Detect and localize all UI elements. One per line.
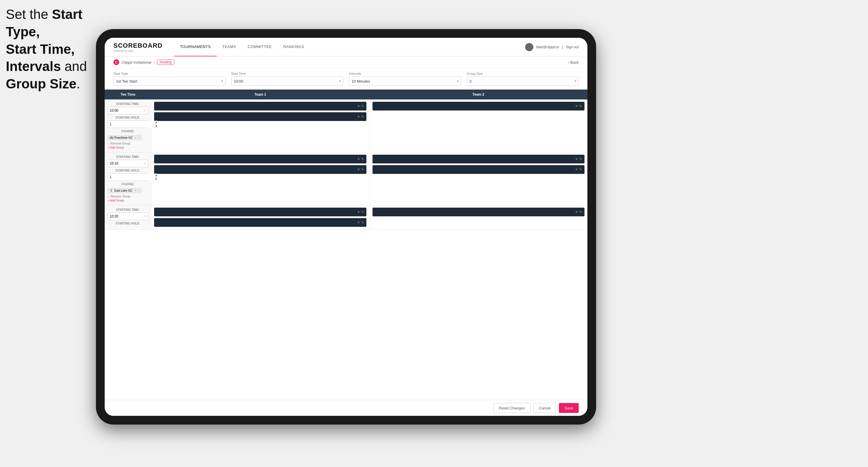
player-row: ✕ ✎ [372,208,585,216]
course-edit-2[interactable]: ✎ [137,189,140,192]
player-row: ✕ ✎ [154,102,366,111]
starting-time-input-1[interactable] [107,107,148,114]
player-edit-btn[interactable]: ✎ [361,115,364,119]
th-team1: Team 1 [151,90,369,99]
player-x-btn[interactable]: ✕ [575,157,578,161]
nav-separator: | [562,45,563,49]
player-x-btn[interactable]: ✕ [357,157,360,161]
player-edit-btn[interactable]: ✎ [361,104,364,108]
table-row: STARTING TIME: ⏱ STARTING HOLE: ▲ ▼ COUR… [105,99,587,152]
remove-group-2[interactable]: ○Remove Group [107,195,148,198]
start-type-select[interactable]: 1st Tee Start Shotgun Start [114,76,225,86]
cancel-button[interactable]: Cancel [533,403,556,413]
player-edit-btn[interactable]: ✎ [361,210,364,214]
start-type-wrapper[interactable]: 1st Tee Start Shotgun Start [114,76,225,86]
player-edit-btn[interactable]: ✎ [579,210,582,214]
instruction-line3-rest: and [61,59,87,74]
remove-group-1[interactable]: ○Remove Group [107,142,148,145]
player-x-btn[interactable]: ✕ [357,115,360,119]
course-edit-1[interactable]: ✎ [138,136,140,139]
table-body: STARTING TIME: ⏱ STARTING HOLE: ▲ ▼ COUR… [105,99,587,400]
add-group-1[interactable]: + Add Group [107,146,148,149]
course-label-1: COURSE: [107,130,148,133]
reset-changes-button[interactable]: Reset Changes [493,403,530,413]
tee-column-3: STARTING TIME: ⏱ STARTING HOLE: [105,205,151,229]
player-x-btn[interactable]: ✕ [357,167,360,172]
player-x-btn[interactable]: ✕ [575,104,578,108]
instruction-text: Set the Start Type, Start Time, Interval… [6,6,99,93]
team2-col-1: ✕ ✎ [370,99,588,152]
player-row: ✕ ✎ [372,155,585,163]
group-size-label: Group Size [467,72,579,75]
team2-col-2: ✕ ✎ ✕ ✎ [370,152,588,205]
start-type-field: Start Type 1st Tee Start Shotgun Start [114,72,225,86]
hole-up-btn-1[interactable]: ▲ [155,121,157,124]
course-tag-1[interactable]: (A) Peachtree GC ✕ ✎ [107,135,142,140]
nav-right: blair@clippd.io | Sign out [525,43,579,51]
intervals-label: Intervals [349,72,461,75]
player-edit-btn[interactable]: ✎ [361,157,364,161]
player-edit-btn[interactable]: ✎ [579,104,582,108]
group-size-select[interactable]: 3 2 4 [467,76,579,86]
table-row: STARTING TIME: ⏱ STARTING HOLE: ▲ ▼ COUR… [105,152,587,205]
save-button[interactable]: Save [559,403,579,413]
player-row: ✕ ✎ [154,208,366,216]
time-icon-2: ⏱ [143,162,146,165]
nav-tab-committee[interactable]: COMMITTEE [242,38,278,56]
breadcrumb-logo: C [114,59,119,65]
instruction-line3-bold: Intervals [6,59,61,74]
player-edit-btn[interactable]: ✎ [361,220,364,224]
hosting-badge: Hosting [157,60,174,65]
teams-area-3: ✕ ✎ ✕ ✎ ✕ ✎ [151,205,587,229]
start-time-wrapper[interactable]: 10:00 10:30 [231,76,343,86]
nav-tab-tournaments[interactable]: TOURNAMENTS [174,38,217,56]
player-edit-btn[interactable]: ✎ [361,167,364,172]
top-nav: SCOREBOARD Powered by clipp TOURNAMENTS … [105,38,587,56]
th-tee: Tee Time [105,90,151,99]
hole-down-btn-1[interactable]: ▼ [155,124,157,128]
starting-hole-input-1[interactable] [108,121,155,128]
tablet-frame: SCOREBOARD Powered by clipp TOURNAMENTS … [96,29,596,425]
starting-time-input-3[interactable] [107,213,148,220]
starting-hole-input-2[interactable] [108,174,155,181]
start-time-select[interactable]: 10:00 10:30 [231,76,343,86]
group-size-field: Group Size 3 2 4 [467,72,579,86]
course-x-1[interactable]: ✕ [134,136,137,139]
intervals-field: Intervals 10 Minutes 8 Minutes 12 Minute… [349,72,461,86]
group-size-wrapper[interactable]: 3 2 4 [467,76,579,86]
player-x-btn[interactable]: ✕ [575,167,578,172]
player-x-btn[interactable]: ✕ [357,210,360,214]
starting-time-input-2[interactable] [107,160,148,167]
starting-hole-label-3: STARTING HOLE: [107,222,148,225]
player-x-btn[interactable]: ✕ [357,220,360,224]
tablet-screen: SCOREBOARD Powered by clipp TOURNAMENTS … [105,38,587,416]
add-group-2[interactable]: + Add Group [107,199,148,202]
player-edit-btn[interactable]: ✎ [579,157,582,161]
starting-hole-label-2: STARTING HOLE: [107,169,148,172]
course-tag-2[interactable]: 🏌 East Lake GC ✕ ✎ [107,188,142,193]
sign-out-link[interactable]: Sign out [566,45,579,49]
hole-down-btn-2[interactable]: ▼ [155,177,157,181]
course-name-2: East Lake GC [114,189,132,192]
player-x-btn[interactable]: ✕ [575,210,578,214]
player-row: ✕ ✎ [154,165,366,174]
teams-area-2: ✕ ✎ ✕ ✎ ✕ ✎ ✕ [151,152,587,205]
start-time-label: Start Time [231,72,343,75]
course-x-2[interactable]: ✕ [134,189,136,192]
hole-up-btn-2[interactable]: ▲ [155,174,157,177]
breadcrumb-tournament[interactable]: Clippd Invitational [122,60,152,65]
player-x-btn[interactable]: ✕ [357,104,360,108]
back-link[interactable]: ‹ Back [568,60,579,65]
instruction-line4-bold: Group Size [6,76,76,91]
nav-tabs: TOURNAMENTS TEAMS COMMITTEE RANKINGS [174,38,525,56]
logo-area: SCOREBOARD Powered by clipp [114,42,162,52]
sub-header: C Clippd Invitational / Hosting ‹ Back [105,56,587,68]
nav-tab-rankings[interactable]: RANKINGS [277,38,310,56]
intervals-select[interactable]: 10 Minutes 8 Minutes 12 Minutes [349,76,461,86]
start-type-label: Start Type [114,72,225,75]
intervals-wrapper[interactable]: 10 Minutes 8 Minutes 12 Minutes [349,76,461,86]
logo-text: SCOREBOARD [114,42,162,50]
time-icon-1: ⏱ [143,109,146,112]
player-edit-btn[interactable]: ✎ [579,167,582,172]
nav-tab-teams[interactable]: TEAMS [217,38,242,56]
